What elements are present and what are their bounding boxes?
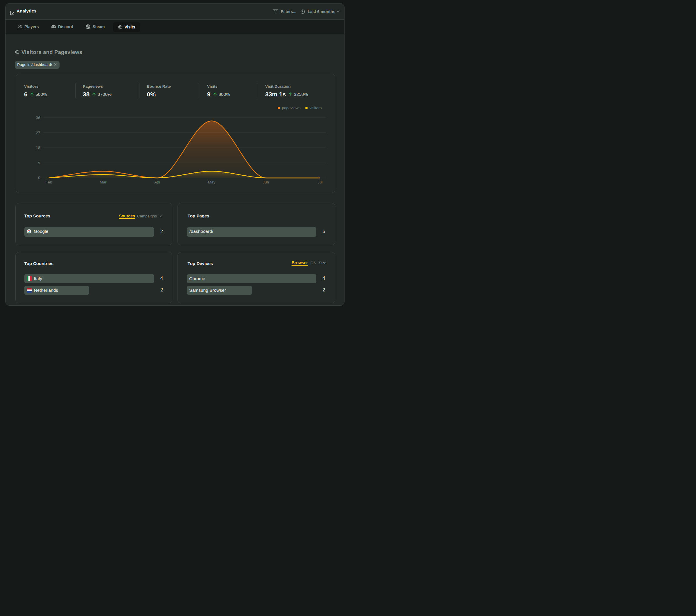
svg-text:9: 9 — [38, 161, 41, 165]
svg-text:36: 36 — [36, 115, 40, 120]
svg-text:Apr: Apr — [154, 180, 161, 184]
svg-text:Jul: Jul — [317, 180, 322, 184]
svg-text:27: 27 — [36, 131, 40, 135]
svg-text:May: May — [208, 180, 216, 184]
svg-text:18: 18 — [36, 145, 40, 150]
svg-text:Jun: Jun — [263, 180, 269, 184]
svg-text:Feb: Feb — [45, 180, 52, 184]
svg-text:0: 0 — [38, 176, 41, 180]
svg-text:Mar: Mar — [100, 180, 107, 184]
